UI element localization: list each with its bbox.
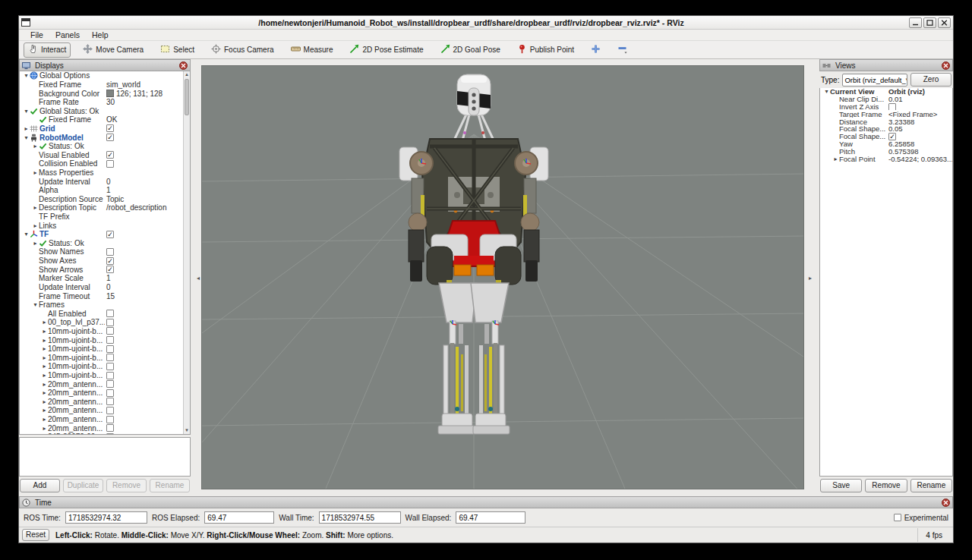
- checkbox[interactable]: ✓: [106, 134, 114, 141]
- views-panel-header[interactable]: Views: [819, 59, 953, 71]
- time-panel-header[interactable]: Time: [19, 496, 953, 508]
- tool-interact-button[interactable]: Interact: [24, 42, 71, 58]
- maximize-button[interactable]: [923, 17, 936, 28]
- expander-closed-icon[interactable]: ▸: [32, 169, 39, 176]
- checkbox[interactable]: [106, 248, 114, 256]
- views-row-invert-z-axis[interactable]: Invert Z Axis: [820, 103, 952, 111]
- checkbox[interactable]: ✓: [106, 124, 114, 132]
- checkbox[interactable]: ✓: [106, 151, 114, 159]
- displays-close-icon[interactable]: [179, 61, 188, 70]
- tool-publish-point-button[interactable]: Publish Point: [513, 42, 579, 58]
- checkbox[interactable]: [106, 160, 114, 168]
- expander-closed-icon[interactable]: ▸: [32, 222, 39, 229]
- displays-row-update-interval[interactable]: Update Interval0: [20, 177, 190, 186]
- time-close-icon[interactable]: [942, 499, 950, 507]
- expander-closed-icon[interactable]: ▸: [41, 425, 48, 432]
- expander-closed-icon[interactable]: ▸: [41, 381, 48, 388]
- checkbox[interactable]: [106, 345, 114, 353]
- displays-row-global-options[interactable]: ▾Global Options: [20, 71, 190, 80]
- color-swatch[interactable]: [106, 90, 114, 97]
- expander-closed-icon[interactable]: ▸: [41, 389, 48, 396]
- views-row-target-frame[interactable]: Target Frame<Fixed Frame>: [820, 110, 952, 118]
- displays-row-tf-prefix[interactable]: TF Prefix: [20, 212, 190, 222]
- expander-closed-icon[interactable]: ▸: [32, 240, 39, 247]
- displays-row-grid[interactable]: ▸Grid✓: [20, 124, 190, 134]
- wall-time-input[interactable]: [319, 511, 401, 524]
- displays-row-collision-enabled[interactable]: Collision Enabled: [20, 159, 190, 168]
- expander-closed-icon[interactable]: ▸: [41, 416, 48, 423]
- displays-row-show-axes[interactable]: Show Axes✓: [20, 256, 190, 266]
- checkbox[interactable]: [106, 363, 114, 370]
- displays-panel-header[interactable]: Displays: [19, 59, 191, 71]
- views-row-focal-shape[interactable]: Focal Shape...✓: [820, 133, 952, 140]
- right-splitter[interactable]: ▸: [804, 59, 819, 495]
- expander-closed-icon[interactable]: ▸: [41, 345, 48, 352]
- zero-button[interactable]: Zero: [910, 73, 951, 87]
- expander-open-icon[interactable]: ▾: [23, 108, 30, 115]
- displays-row-show-arrows[interactable]: Show Arrows✓: [20, 265, 190, 274]
- checkbox[interactable]: [888, 103, 896, 111]
- remove-button[interactable]: Remove: [865, 479, 907, 492]
- checkbox[interactable]: [106, 336, 114, 344]
- displays-row-all-enabled[interactable]: All Enabled: [20, 309, 190, 318]
- displays-row-show-names[interactable]: Show Names: [20, 247, 190, 256]
- expander-closed-icon[interactable]: ▸: [41, 398, 48, 405]
- displays-row-245-82972-00[interactable]: ▸245-82972-00...: [20, 433, 190, 435]
- displays-row-status-ok[interactable]: ▸Status: Ok: [20, 239, 190, 248]
- displays-row-10mm-ujoint-b[interactable]: ▸10mm-ujoint-b...: [20, 354, 190, 363]
- render-viewport[interactable]: [201, 65, 804, 489]
- expander-open-icon[interactable]: ▾: [32, 301, 39, 308]
- scroll-down-icon[interactable]: ▼: [184, 427, 190, 434]
- displays-row-10mm-ujoint-b[interactable]: ▸10mm-ujoint-b...: [20, 362, 190, 371]
- checkbox[interactable]: ✓: [106, 266, 114, 273]
- displays-row-background-color[interactable]: Background Color126; 131; 128: [20, 89, 190, 98]
- expander-open-icon[interactable]: ▾: [23, 231, 30, 238]
- menu-help[interactable]: Help: [87, 30, 114, 40]
- collapse-left-icon[interactable]: ◂: [197, 275, 200, 282]
- expander-closed-icon[interactable]: ▸: [41, 319, 48, 326]
- displays-row-mass-properties[interactable]: ▸Mass Properties: [20, 168, 190, 178]
- checkbox[interactable]: [106, 380, 114, 388]
- displays-row-10mm-ujoint-b[interactable]: ▸10mm-ujoint-b...: [20, 327, 190, 336]
- expander-closed-icon[interactable]: ▸: [41, 407, 48, 414]
- displays-row-update-interval[interactable]: Update Interval0: [20, 283, 190, 292]
- rename-button[interactable]: Rename: [910, 479, 952, 492]
- tool-2d-goal-pose-button[interactable]: 2D Goal Pose: [436, 42, 505, 58]
- views-row-yaw[interactable]: Yaw6.25858: [820, 140, 952, 148]
- checkbox[interactable]: [106, 327, 114, 335]
- displays-row-status-ok[interactable]: ▸Status: Ok: [20, 142, 190, 151]
- scroll-thumb[interactable]: [185, 79, 189, 115]
- checkbox[interactable]: [106, 354, 114, 361]
- displays-row-00-top-lvl-p37[interactable]: ▸00_top_lvl_p37...: [20, 318, 190, 327]
- checkbox[interactable]: [106, 416, 114, 423]
- displays-row-20mm-antenn[interactable]: ▸20mm_antenn...: [20, 389, 190, 398]
- tool-select-button[interactable]: Select: [156, 42, 199, 58]
- reset-button[interactable]: Reset: [22, 529, 49, 541]
- displays-row-frame-timeout[interactable]: Frame Timeout15: [20, 291, 190, 300]
- displays-row-20mm-antenn[interactable]: ▸20mm_antenn...: [20, 415, 190, 424]
- checkbox[interactable]: [106, 389, 114, 397]
- expander-closed-icon[interactable]: ▸: [41, 328, 48, 335]
- displays-row-10mm-ujoint-b[interactable]: ▸10mm-ujoint-b...: [20, 371, 190, 380]
- displays-scrollbar[interactable]: ▲ ▼: [183, 71, 190, 434]
- displays-row-20mm-antenn[interactable]: ▸20mm_antenn...: [20, 398, 190, 407]
- ros-time-input[interactable]: [65, 511, 147, 524]
- displays-row-description-topic[interactable]: ▸Description Topic/robot_description: [20, 203, 190, 212]
- expander-closed-icon[interactable]: ▸: [41, 363, 48, 370]
- expander-closed-icon[interactable]: ▸: [32, 143, 39, 149]
- minimize-button[interactable]: [909, 17, 922, 28]
- scroll-up-icon[interactable]: ▲: [184, 71, 190, 78]
- expander-closed-icon[interactable]: ▸: [23, 125, 30, 132]
- menu-file[interactable]: File: [25, 30, 49, 40]
- expander-closed-icon[interactable]: ▸: [41, 372, 48, 379]
- expander-closed-icon[interactable]: ▸: [41, 354, 48, 361]
- close-button[interactable]: [938, 17, 951, 28]
- tool-move-camera-button[interactable]: Move Camera: [78, 42, 148, 58]
- tool-2d-pose-estimate-button[interactable]: 2D Pose Estimate: [345, 42, 428, 58]
- ros-elapsed-input[interactable]: [204, 511, 274, 524]
- checkbox[interactable]: ✓: [106, 257, 114, 265]
- checkbox[interactable]: [106, 398, 114, 405]
- displays-row-fixed-frame[interactable]: Fixed FrameOK: [20, 115, 190, 124]
- displays-row-alpha[interactable]: Alpha1: [20, 186, 190, 195]
- displays-row-links[interactable]: ▸Links: [20, 221, 190, 230]
